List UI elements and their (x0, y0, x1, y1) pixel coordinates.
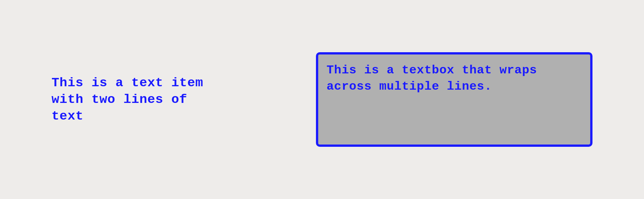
textbox-container[interactable]: This is a textbox that wraps across mult… (316, 52, 592, 147)
textbox-content: This is a textbox that wraps across mult… (327, 62, 582, 95)
text-item: This is a text item with two lines of te… (52, 75, 217, 125)
content-area: This is a text item with two lines of te… (0, 52, 644, 147)
